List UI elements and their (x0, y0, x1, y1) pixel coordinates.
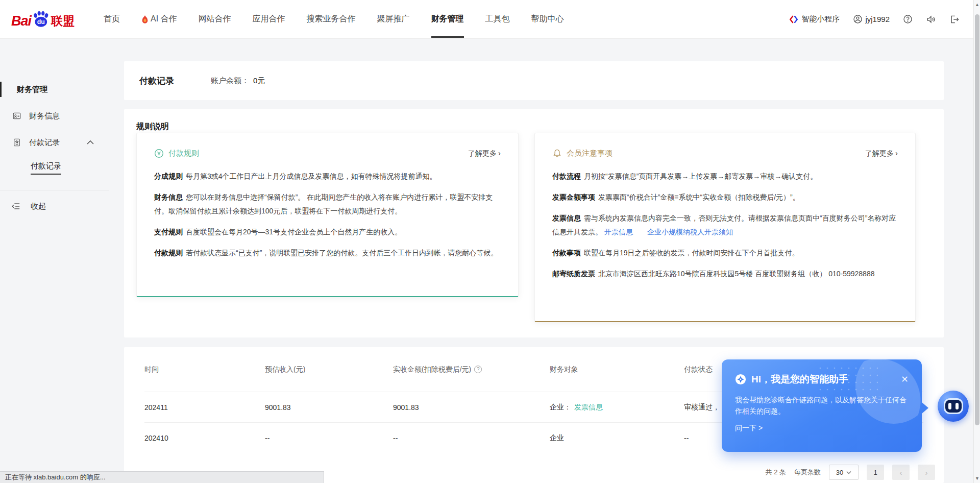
payment-rules-more-link[interactable]: 了解更多› (468, 149, 501, 158)
mini-program-icon (789, 15, 798, 24)
certificate-icon (12, 138, 21, 147)
nav-item-ai[interactable]: AI 合作 (141, 0, 177, 39)
nav-menu: 首页 AI 合作 网站合作 应用合作 搜索业务合作 聚屏推广 财务管理 工具包 … (93, 0, 575, 39)
sidebar-subitem-payment-record[interactable]: 付款记录 (0, 160, 111, 176)
browser-status-bar: 正在等待 xlab.baidu.com 的响应... (0, 471, 324, 483)
top-navigation: Bai du 联盟 首页 AI 合作 网站合作 应用合作 搜索业务合作 聚屏推广… (0, 0, 980, 39)
rule-item: 发票信息需与系统内发票信息内容完全一致，否则无法支付。请根据发票信息页面中“百度… (552, 211, 898, 239)
rule-item: 分成规则每月第3或4个工作日产出上月分成信息及发票信息，如有特殊情况将提前通知。 (154, 170, 501, 183)
baidu-union-logo[interactable]: Bai du 联盟 (11, 10, 79, 29)
rule-item: 付款流程月初按“发票信息”页面开具发票→上传发票→邮寄发票→审核→确认支付。 (552, 170, 898, 183)
logo-text-bai: Bai (11, 13, 31, 29)
page-header-card: 付款记录 账户余额：0元 (124, 61, 944, 100)
nav-item-app[interactable]: 应用合作 (253, 0, 285, 39)
per-page-select[interactable]: 30 (829, 465, 859, 480)
chevron-right-icon: › (498, 149, 501, 157)
sidebar-collapse-button[interactable]: 收起 (0, 199, 111, 214)
member-notes-box: 会员注意事项 了解更多› 付款流程月初按“发票信息”页面开具发票→上传发票→邮寄… (534, 133, 916, 322)
robot-face-icon (944, 398, 963, 414)
scroll-down-arrow[interactable]: ▼ (974, 476, 980, 481)
sidebar-title: 财务管理 (0, 82, 111, 97)
nav-right-group: 智能小程序 jyj1992 (789, 14, 980, 25)
invoice-info-table-link[interactable]: 发票信息 (574, 403, 603, 411)
user-icon (853, 14, 863, 24)
prev-page-button[interactable]: ‹ (892, 465, 910, 480)
svg-text:du: du (37, 18, 45, 26)
fire-icon (141, 15, 149, 23)
assistant-popup: Hi，我是您的智能助手 ✕ 我会帮助您诊断合作链路问题，以及解答您关于任何合作相… (722, 359, 922, 452)
chevron-up-icon[interactable] (87, 140, 94, 145)
sidebar: 财务管理 财务信息 付款记录 (0, 39, 111, 483)
sidebar-item-payment-record[interactable]: 付款记录 (0, 135, 111, 150)
assistant-message: 我会帮助您诊断合作链路问题，以及解答您关于任何合作相关的问题。 (735, 394, 909, 417)
page-number-button[interactable]: 1 (867, 465, 884, 480)
rule-item: 付款规则若付款状态显示“已支付”，说明联盟已安排了您的付款。支付后三个工作日内到… (154, 246, 501, 260)
rule-item: 付款事项联盟在每月19日之后签收的发票，付款时间安排在下个月首批支付。 (552, 246, 898, 260)
nav-item-home[interactable]: 首页 (104, 0, 120, 39)
rule-item: 支付规则百度联盟会在每月20号—31号支付企业会员上个自然月产生的收入。 (154, 225, 501, 239)
invoice-info-link[interactable]: 开票信息 (604, 228, 633, 236)
nav-item-screen-promo[interactable]: 聚屏推广 (377, 0, 410, 39)
nav-item-website[interactable]: 网站合作 (199, 0, 231, 39)
popup-pointer-arrow (922, 402, 928, 414)
chevron-right-icon: › (895, 149, 898, 157)
account-balance: 账户余额：0元 (211, 76, 265, 86)
assistant-robot-avatar[interactable] (938, 391, 969, 422)
balance-value: 0元 (253, 76, 265, 85)
pagination: 共 2 条 每页条数 30 1 ‹ › (766, 465, 935, 480)
scrollbar-thumb[interactable] (975, 14, 979, 425)
close-icon[interactable]: ✕ (901, 375, 909, 384)
rule-item: 邮寄纸质发票北京市海淀区西北旺东路10号院百度科技园5号楼 百度联盟财务组（收）… (552, 267, 898, 281)
nav-item-search-business[interactable]: 搜索业务合作 (307, 0, 356, 39)
mini-program-entry[interactable]: 智能小程序 (789, 14, 840, 24)
per-page-label: 每页条数 (794, 468, 821, 477)
speaker-icon[interactable] (926, 14, 936, 25)
small-taxpayer-notice-link[interactable]: 企业小规模纳税人开票须知 (647, 228, 733, 236)
help-icon[interactable] (903, 14, 913, 24)
chevron-down-icon (846, 471, 851, 474)
logo-text-union: 联盟 (51, 13, 75, 29)
payment-rules-title: 付款规则 (168, 149, 199, 158)
coin-icon (154, 149, 164, 158)
logout-icon[interactable] (949, 14, 960, 25)
vertical-scrollbar[interactable]: ▲ ▼ (973, 0, 980, 483)
rules-section-title: 规则说明 (136, 122, 944, 132)
ask-now-link[interactable]: 问一下 > (735, 424, 909, 433)
col-header-actual: 实收金额(扣除税费后/元) ? (393, 365, 550, 374)
member-notes-title: 会员注意事项 (567, 149, 612, 158)
nav-item-help-center[interactable]: 帮助中心 (531, 0, 564, 39)
col-header-time: 时间 (144, 365, 265, 374)
rules-card: 规则说明 付款规则 了解更多› 分成规则每月第3或4个工作日产出上月分成信息及发… (124, 109, 944, 337)
assistant-title: Hi，我是您的智能助手 (751, 373, 848, 386)
user-account[interactable]: jyj1992 (853, 14, 890, 24)
sidebar-divider (0, 190, 109, 190)
sidebar-item-finance-info[interactable]: 财务信息 (0, 108, 111, 124)
col-header-estimated: 预估收入(元) (265, 365, 393, 374)
nav-item-toolkit[interactable]: 工具包 (485, 0, 510, 39)
next-page-button[interactable]: › (918, 465, 935, 480)
compass-icon (735, 374, 746, 385)
member-notes-more-link[interactable]: 了解更多› (865, 149, 898, 158)
col-header-finance-object: 财务对象 (550, 365, 684, 374)
status-text: 正在等待 xlab.baidu.com 的响应... (5, 473, 106, 482)
bell-icon (552, 149, 562, 158)
scroll-up-arrow[interactable]: ▲ (974, 2, 980, 7)
paw-icon: du (31, 10, 51, 29)
column-help-icon[interactable]: ? (474, 366, 482, 373)
id-card-icon (12, 111, 21, 120)
nav-item-finance[interactable]: 财务管理 (431, 0, 464, 39)
rule-item: 财务信息您可以在财务信息中选择“保留付款”。 在此期间您产生的收入将在账户内进行… (154, 190, 501, 218)
rule-item: 发票金额事项发票票面“价税合计”金额=系统中“实收金额（扣除税费后/元）”。 (552, 190, 898, 204)
total-count: 共 2 条 (766, 468, 786, 477)
payment-rules-box: 付款规则 了解更多› 分成规则每月第3或4个工作日产出上月分成信息及发票信息，如… (136, 133, 519, 297)
page-title: 付款记录 (139, 75, 174, 87)
collapse-icon (11, 202, 20, 210)
